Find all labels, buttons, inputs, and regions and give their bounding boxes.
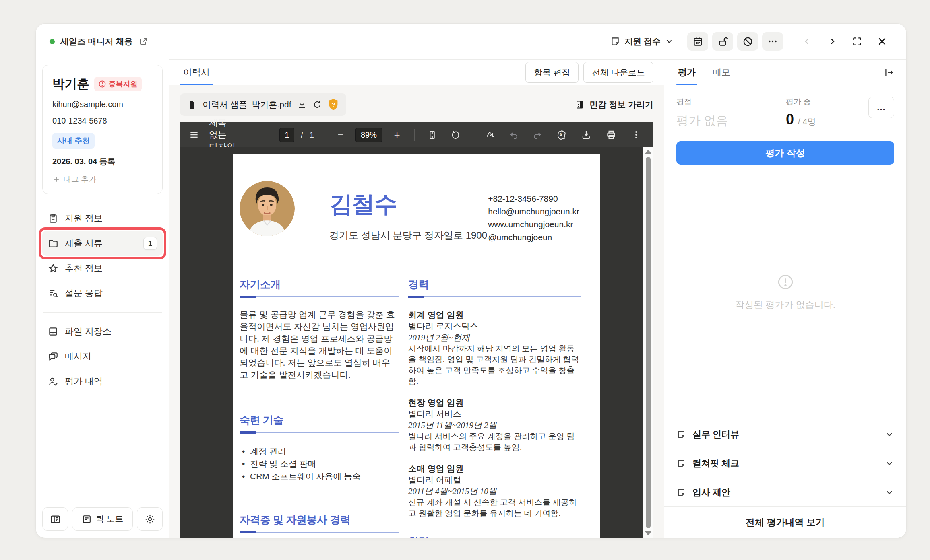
schedule-button[interactable] <box>687 32 708 51</box>
dots-vertical-icon <box>631 130 641 140</box>
page-number-input[interactable]: 1 <box>279 128 294 142</box>
fullscreen-button[interactable] <box>847 32 868 51</box>
settings-button[interactable] <box>137 507 163 531</box>
shield-question-icon[interactable]: ? <box>328 99 339 111</box>
zoom-in-button[interactable]: + <box>389 126 405 143</box>
pdf-more-button[interactable] <box>628 126 645 143</box>
zoom-out-button[interactable]: − <box>332 126 349 143</box>
pdf-scrollbar[interactable] <box>643 147 653 538</box>
pdf-toolbar: 제목 없는 디자인 1 / 1 − 89% + <box>180 122 653 147</box>
section-culture-fit[interactable]: 컬쳐핏 체크 <box>664 449 906 478</box>
evaluation-panel: 평가 메모 평점 평가 없음 평가 중 0 / 4명 . <box>664 59 906 538</box>
note-icon <box>82 514 92 524</box>
sidebar-item-messages[interactable]: 메시지 <box>42 344 163 369</box>
external-link-icon[interactable] <box>138 37 148 46</box>
unlock-button[interactable] <box>712 32 733 51</box>
career-entry: 소매 영업 임원 별다리 어패럴 2011년 4월~2015년 10월 신규 계… <box>408 463 581 519</box>
sidebar-item-file-storage[interactable]: 파일 저장소 <box>42 319 163 344</box>
tab-memo[interactable]: 메모 <box>711 60 732 85</box>
more-actions-button[interactable] <box>762 32 783 51</box>
sidebar-menu: 지원 정보 제출 서류 1 추천 정보 <box>42 206 163 394</box>
edit-items-button[interactable]: 항목 편집 <box>525 62 579 83</box>
sidebar-item-evaluation-history[interactable]: 평가 내역 <box>42 369 163 394</box>
sidebar-footer: 퀵 노트 <box>42 507 163 531</box>
candidate-email: kihun@sample.com <box>52 100 153 109</box>
resume-website: www.umchungjoeun.kr <box>488 218 579 231</box>
ellipsis-icon <box>767 36 778 47</box>
career-entry: 현장 영업 임원 별다리 서비스 2015년 11월~2019년 2월 별다리 … <box>408 397 581 453</box>
sidebar-item-submitted-documents[interactable]: 제출 서류 1 <box>42 231 163 256</box>
section-job-offer[interactable]: 입사 제안 <box>664 478 906 506</box>
about-section: 자기소개 물류 및 공급망 업계 근무 경험을 갖춘 효율적이면서도 자신감 넘… <box>240 278 399 381</box>
scrollbar-thumb[interactable] <box>646 157 651 528</box>
note-icon <box>676 459 686 468</box>
pdf-document-canvas[interactable]: 김철수 경기도 성남시 분당구 정자일로 1900 +82-12-3456-78… <box>180 147 653 538</box>
resume-file-chip[interactable]: 이력서 샘플_박기훈.pdf ? <box>180 93 346 116</box>
fit-page-button[interactable] <box>424 126 440 143</box>
quick-note-button[interactable]: 퀵 노트 <box>72 507 133 531</box>
folder-icon <box>48 238 58 249</box>
rotate-icon <box>451 130 461 140</box>
tab-resume[interactable]: 이력서 <box>180 60 213 85</box>
download-file-icon[interactable] <box>297 100 307 109</box>
draw-signature-button[interactable] <box>482 126 499 143</box>
block-button[interactable] <box>737 32 758 51</box>
prev-applicant-button[interactable] <box>797 32 818 51</box>
id-card-icon <box>50 514 61 525</box>
download-all-button[interactable]: 전체 다운로드 <box>583 62 653 83</box>
pdf-menu-button[interactable] <box>189 126 199 143</box>
collapse-panel-button[interactable] <box>884 67 894 78</box>
menu-divider <box>43 312 162 313</box>
close-button[interactable] <box>872 32 893 51</box>
star-icon <box>48 263 58 274</box>
sidebar-item-referral-info[interactable]: 추천 정보 <box>42 256 163 281</box>
chevron-left-icon <box>802 37 812 46</box>
person-check-icon <box>48 376 58 387</box>
candidate-card: 박기훈 중복지원 kihun@sample.com 010-1234-5678 … <box>42 65 163 194</box>
pdf-download-button[interactable] <box>578 126 595 143</box>
print-button[interactable] <box>603 126 620 143</box>
redo-button[interactable] <box>529 126 546 143</box>
undo-button[interactable] <box>505 126 522 143</box>
duplicate-apply-badge[interactable]: 중복지원 <box>94 77 142 91</box>
write-evaluation-button[interactable]: 평가 작성 <box>676 141 894 165</box>
empty-message: 작성된 평가가 없습니다. <box>735 299 835 311</box>
sidebar-item-application-info[interactable]: 지원 정보 <box>42 206 163 231</box>
unlock-icon <box>717 36 728 47</box>
resume-phone: +82-12-3456-7890 <box>488 192 579 205</box>
zoom-level-input[interactable]: 89% <box>355 128 382 142</box>
signature-icon <box>486 130 496 140</box>
mask-sensitive-info-button[interactable]: 민감 정보 가리기 <box>575 99 653 110</box>
evaluation-more-button[interactable]: ... <box>868 97 894 118</box>
view-all-evaluations-link[interactable]: 전체 평가내역 보기 <box>664 506 906 538</box>
stage-dropdown[interactable]: 지원 접수 <box>610 36 674 47</box>
resume-handle: @umchungjoeun <box>488 231 579 244</box>
sidebar-item-survey-responses[interactable]: 설문 응답 <box>42 281 163 306</box>
shield-a-plus-icon: A <box>556 130 567 140</box>
resume-contact: +82-12-3456-7890 hello@umchungjoeun.kr w… <box>488 181 594 244</box>
business-card-button[interactable] <box>42 507 68 531</box>
candidate-photo <box>240 181 295 236</box>
note-icon <box>676 488 686 497</box>
file-icon <box>187 100 197 109</box>
chevron-down-icon <box>885 459 894 468</box>
refresh-file-icon[interactable] <box>312 100 322 109</box>
section-practical-interview[interactable]: 실무 인터뷰 <box>664 420 906 449</box>
scroll-down-arrow[interactable] <box>645 531 651 535</box>
rating-label: 평점 <box>676 97 786 107</box>
rotate-button[interactable] <box>447 126 464 143</box>
calendar-icon <box>692 36 703 47</box>
alert-circle-icon <box>98 80 106 88</box>
next-applicant-button[interactable] <box>822 32 843 51</box>
tab-evaluation[interactable]: 평가 <box>676 60 697 85</box>
scroll-up-arrow[interactable] <box>645 150 651 154</box>
add-watermark-button[interactable]: A <box>553 126 570 143</box>
candidate-name: 박기훈 <box>52 76 89 93</box>
skills-section: 숙련 기술 계정 관리 전략 및 소셜 판매 CRM 소프트웨어 사용에 능숙 <box>240 413 399 482</box>
hamburger-icon <box>189 130 199 140</box>
job-status-dot <box>50 39 55 44</box>
resume-address: 경기도 성남시 분당구 정자일로 1900 <box>329 229 487 242</box>
add-tag-button[interactable]: 태그 추가 <box>52 174 153 185</box>
in-progress-label: 평가 중 <box>786 97 816 107</box>
storage-icon <box>48 326 58 337</box>
